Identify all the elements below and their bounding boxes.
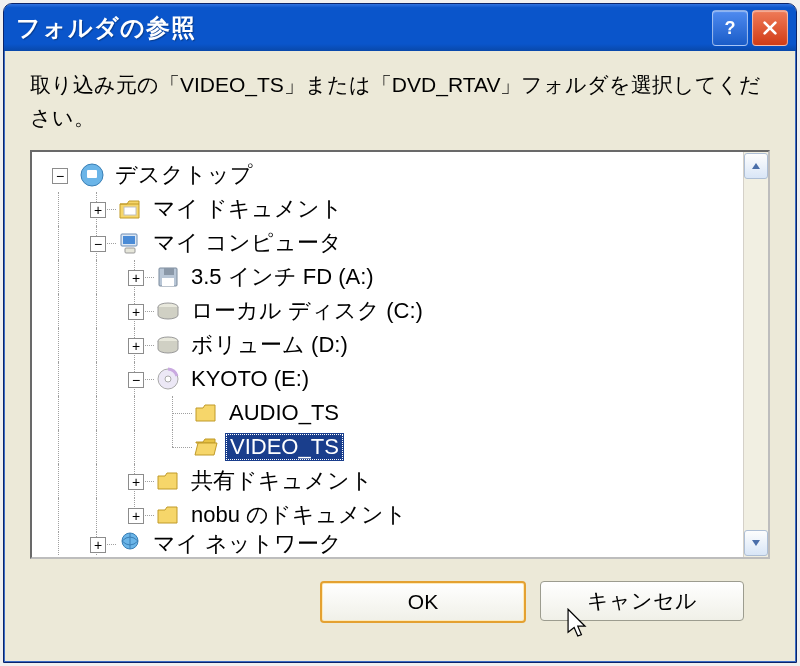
- expand-icon[interactable]: +: [128, 304, 144, 320]
- close-button[interactable]: [752, 10, 788, 46]
- expand-icon[interactable]: +: [128, 270, 144, 286]
- tree-item-mycomputer[interactable]: − マイ コンピュータ: [40, 226, 764, 260]
- tree-item-ddrive[interactable]: + ボリューム (D:): [40, 328, 764, 362]
- desktop-icon: [78, 161, 106, 189]
- collapse-icon[interactable]: −: [128, 372, 144, 388]
- tree-label: nobu のドキュメント: [188, 503, 410, 527]
- expand-icon[interactable]: +: [90, 537, 106, 553]
- browse-folder-dialog: フォルダの参照 ? 取り込み元の「VIDEO_TS」または「DVD_RTAV」フ…: [3, 3, 797, 663]
- tree-label: マイ ドキュメント: [150, 197, 346, 221]
- tree-item-edrive[interactable]: − KYOTO (E:): [40, 362, 764, 396]
- drive-icon: [154, 297, 182, 325]
- ok-button[interactable]: OK: [320, 581, 526, 623]
- tree-item-desktop[interactable]: − デスクトップ: [40, 158, 764, 192]
- expand-icon[interactable]: +: [128, 338, 144, 354]
- expand-icon[interactable]: +: [90, 202, 106, 218]
- mydocs-icon: [116, 195, 144, 223]
- dialog-title: フォルダの参照: [16, 12, 712, 44]
- button-label: キャンセル: [587, 587, 697, 615]
- close-icon: [761, 19, 779, 37]
- folder-tree[interactable]: − デスクトップ + マイ ドキュメント: [32, 152, 768, 559]
- tree-label: KYOTO (E:): [188, 367, 312, 391]
- network-icon: [116, 532, 144, 556]
- cancel-button[interactable]: キャンセル: [540, 581, 744, 621]
- folder-icon: [154, 467, 182, 495]
- tree-label: マイ コンピュータ: [150, 231, 345, 255]
- tree-item-video-ts[interactable]: VIDEO_TS: [40, 430, 764, 464]
- tree-item-floppy[interactable]: + 3.5 インチ FD (A:): [40, 260, 764, 294]
- tree-label: ボリューム (D:): [188, 333, 351, 357]
- tree-item-mynetwork[interactable]: + マイ ネットワーク: [40, 532, 764, 556]
- expand-icon[interactable]: +: [128, 508, 144, 524]
- folder-icon: [154, 501, 182, 529]
- svg-rect-3: [124, 207, 136, 215]
- help-button[interactable]: ?: [712, 10, 748, 46]
- chevron-up-icon: [751, 162, 761, 170]
- button-row: OK キャンセル: [30, 559, 770, 623]
- chevron-down-icon: [751, 539, 761, 547]
- svg-rect-8: [164, 268, 174, 275]
- collapse-icon[interactable]: −: [90, 236, 106, 252]
- collapse-icon[interactable]: −: [52, 168, 68, 184]
- folder-icon: [192, 399, 220, 427]
- svg-rect-9: [162, 278, 174, 286]
- svg-rect-2: [87, 170, 97, 178]
- help-icon: ?: [720, 18, 740, 38]
- tree-item-mydocs[interactable]: + マイ ドキュメント: [40, 192, 764, 226]
- titlebar: フォルダの参照 ?: [4, 4, 796, 51]
- scroll-down-button[interactable]: [744, 530, 768, 556]
- tree-item-audio-ts[interactable]: AUDIO_TS: [40, 396, 764, 430]
- tree-item-nobudocs[interactable]: + nobu のドキュメント: [40, 498, 764, 532]
- computer-icon: [116, 229, 144, 257]
- scroll-up-button[interactable]: [744, 153, 768, 179]
- drive-icon: [154, 331, 182, 359]
- tree-label: デスクトップ: [112, 163, 256, 187]
- tree-item-cdrive[interactable]: + ローカル ディスク (C:): [40, 294, 764, 328]
- floppy-icon: [154, 263, 182, 291]
- svg-rect-6: [125, 248, 135, 253]
- scrollbar-vertical[interactable]: [743, 152, 768, 557]
- dialog-body: 取り込み元の「VIDEO_TS」または「DVD_RTAV」フォルダを選択してくだ…: [4, 51, 796, 641]
- instruction-text: 取り込み元の「VIDEO_TS」または「DVD_RTAV」フォルダを選択してくだ…: [30, 69, 770, 134]
- folder-tree-panel: − デスクトップ + マイ ドキュメント: [30, 150, 770, 559]
- svg-point-13: [165, 376, 171, 382]
- titlebar-buttons: ?: [712, 10, 788, 46]
- tree-label-selected: VIDEO_TS: [226, 434, 343, 460]
- expand-icon[interactable]: +: [128, 474, 144, 490]
- tree-item-shareddocs[interactable]: + 共有ドキュメント: [40, 464, 764, 498]
- tree-label: ローカル ディスク (C:): [188, 299, 426, 323]
- tree-label: 3.5 インチ FD (A:): [188, 265, 377, 289]
- svg-rect-5: [123, 236, 135, 244]
- button-label: OK: [408, 590, 438, 614]
- tree-label: 共有ドキュメント: [188, 469, 376, 493]
- dvd-drive-icon: [154, 365, 182, 393]
- tree-label: マイ ネットワーク: [150, 532, 345, 556]
- svg-text:?: ?: [725, 18, 736, 38]
- folder-open-icon: [192, 433, 220, 461]
- tree-label: AUDIO_TS: [226, 401, 342, 425]
